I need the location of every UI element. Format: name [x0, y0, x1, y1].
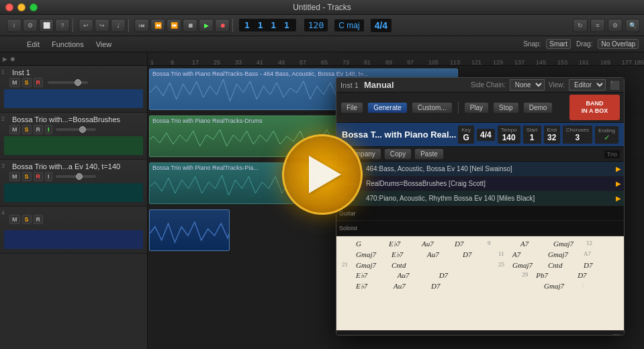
- metronome2-button[interactable]: ≡: [590, 19, 605, 32]
- chord-empty3: [480, 271, 521, 280]
- input-button-2[interactable]: I: [45, 125, 52, 134]
- mute-button-2[interactable]: M: [9, 125, 20, 134]
- volume-slider-1[interactable]: [48, 81, 88, 84]
- rewind-button[interactable]: ⏪: [150, 19, 165, 32]
- record-button-4[interactable]: R: [34, 215, 44, 224]
- bib-track-row-guitar[interactable]: Guitar: [336, 206, 624, 221]
- undo-button[interactable]: ↩: [79, 19, 93, 32]
- chord-row-4: E♭7 Au7 D7 29 Pb7 D7: [342, 271, 618, 280]
- bib-track-row-piano[interactable]: Piano 470:Piano, Acoustic, Rhythm Bossa …: [336, 191, 624, 206]
- track-number-1: 1: [1, 68, 5, 75]
- stop-button[interactable]: Stop: [493, 102, 519, 113]
- secondary-toolbar: Edit Functions View Snap: Smart Drag: No…: [0, 36, 644, 52]
- chord-cntd: Cntd: [392, 261, 426, 269]
- tempo-label-sm: Tempo: [501, 127, 517, 133]
- record-button-1[interactable]: R: [34, 78, 44, 87]
- screen-button[interactable]: ⬜: [39, 19, 54, 32]
- prev-button[interactable]: ⏮: [134, 19, 149, 32]
- audio-region-4[interactable]: [149, 209, 230, 251]
- info-button[interactable]: i: [7, 19, 21, 32]
- chord-cntd2: Cntd: [548, 261, 583, 269]
- ruler-mark: 49: [278, 59, 285, 66]
- fastforward-button[interactable]: ⏩: [167, 19, 181, 32]
- mute-button-3[interactable]: M: [9, 172, 20, 181]
- volume-slider-2[interactable]: [56, 128, 96, 131]
- generate-button[interactable]: Generate: [367, 102, 408, 113]
- maximize-button[interactable]: [30, 3, 38, 11]
- solo-button-1[interactable]: S: [22, 78, 32, 87]
- bib-track-row-drums[interactable]: Drums RealDrums=BossaBrushes [Craig Scot…: [336, 177, 624, 191]
- minimize-button[interactable]: [17, 3, 26, 11]
- custom-button[interactable]: Custom...: [412, 102, 453, 113]
- sidechain-dropdown[interactable]: None: [510, 79, 545, 91]
- stop-button[interactable]: ⏹: [183, 19, 197, 32]
- file-button[interactable]: File: [340, 102, 363, 113]
- chord-row-3: 21 Gmaj7 Cntd 25 Gmaj7 Cntd D7: [342, 261, 618, 269]
- play-button[interactable]: Play: [464, 102, 489, 113]
- ruler-mark: 169: [600, 59, 610, 66]
- settings2-button[interactable]: ⚙: [608, 19, 623, 32]
- record-button[interactable]: ⏺: [215, 19, 230, 32]
- drag-label: Drag:: [576, 40, 592, 48]
- ending-block: Ending ✓: [595, 126, 618, 144]
- timesig-block: 4/4: [477, 129, 495, 141]
- bib-song-title: Bossa T... with Piano Real...: [342, 130, 457, 140]
- edit-menu[interactable]: Edit: [23, 39, 44, 50]
- view-dropdown[interactable]: Editor: [569, 79, 606, 91]
- solo-button-2[interactable]: S: [22, 125, 32, 134]
- start-value-sm: 1: [526, 133, 538, 142]
- record-button-3[interactable]: R: [34, 172, 44, 181]
- ending-label: Ending: [598, 128, 615, 134]
- main-toolbar: i ⚙ ⬜ ? ↩ ↪ ♩ ⏮ ⏪ ⏩ ⏹ ▶ ⏺ 1 1 1 1 120 C …: [0, 15, 644, 36]
- chord-empty2: [463, 261, 498, 269]
- track-number-3: 3: [1, 162, 5, 169]
- paste-button[interactable]: Paste: [414, 148, 444, 160]
- ruler-mark: 137: [514, 59, 524, 66]
- input-button-3[interactable]: I: [45, 172, 52, 181]
- toolbar-group-edit: ↩ ↪ ♩: [76, 19, 129, 32]
- chord-d7-2: D7: [463, 250, 498, 259]
- chord-row-1: G E♭7 Au7 D7 9 A7 Gmaj7 12: [342, 240, 618, 248]
- ruler-mark: 9: [171, 59, 174, 66]
- mute-button-4[interactable]: M: [9, 215, 20, 224]
- play-button[interactable]: ▶: [199, 19, 214, 32]
- copy-button[interactable]: Copy: [384, 148, 412, 160]
- key-label-sm: Key: [461, 127, 471, 133]
- drag-value[interactable]: No Overlap: [598, 39, 639, 49]
- chord-gmaj7-4: Gmaj7: [356, 261, 391, 269]
- expand-icon[interactable]: ⬛: [610, 81, 620, 90]
- help-button[interactable]: ?: [55, 19, 70, 32]
- solo-button-4[interactable]: S: [22, 215, 32, 224]
- resize-handle[interactable]: ⬛: [612, 334, 620, 336]
- solo-button-3[interactable]: S: [22, 172, 32, 181]
- close-button[interactable]: [5, 3, 13, 11]
- settings-button[interactable]: ⚙: [23, 19, 38, 32]
- tempo-block: Tempo 140: [498, 126, 520, 144]
- ruler-mark: 57: [300, 59, 306, 66]
- track-item-1: 1 Inst 1 M S R: [0, 66, 147, 113]
- snap-value[interactable]: Smart: [546, 39, 571, 49]
- chord-pb7: Pb7: [536, 271, 577, 280]
- track-number-2: 2: [1, 115, 5, 122]
- search-button[interactable]: 🔍: [625, 19, 640, 32]
- chord-gmaj7-1: Gmaj7: [553, 240, 586, 248]
- big-play-button[interactable]: [282, 134, 363, 215]
- functions-menu[interactable]: Functions: [48, 39, 88, 50]
- ending-check: ✓: [598, 134, 615, 142]
- ruler-mark: 81: [364, 59, 371, 66]
- bib-track-row-bass[interactable]: Bass 464:Bass, Acoustic, Bossa Ev 140 [N…: [336, 162, 624, 177]
- redo-button[interactable]: ↪: [95, 19, 109, 32]
- demo-button[interactable]: Demo: [523, 102, 553, 113]
- record-button-2[interactable]: R: [34, 125, 44, 134]
- waveform-svg-4: [150, 217, 229, 250]
- metronome-button[interactable]: ♩: [111, 19, 126, 32]
- view-menu[interactable]: View: [92, 39, 116, 50]
- ruler-mark: 73: [342, 59, 349, 66]
- volume-slider-3[interactable]: [56, 175, 96, 178]
- bib-track-row-soloist[interactable]: Soloist: [336, 221, 624, 236]
- mute-button-1[interactable]: M: [9, 78, 20, 87]
- snap-label: Snap:: [523, 40, 541, 48]
- chord-g: G: [356, 240, 388, 248]
- sync-button[interactable]: ↻: [573, 19, 588, 32]
- bar-25: 25: [498, 261, 512, 269]
